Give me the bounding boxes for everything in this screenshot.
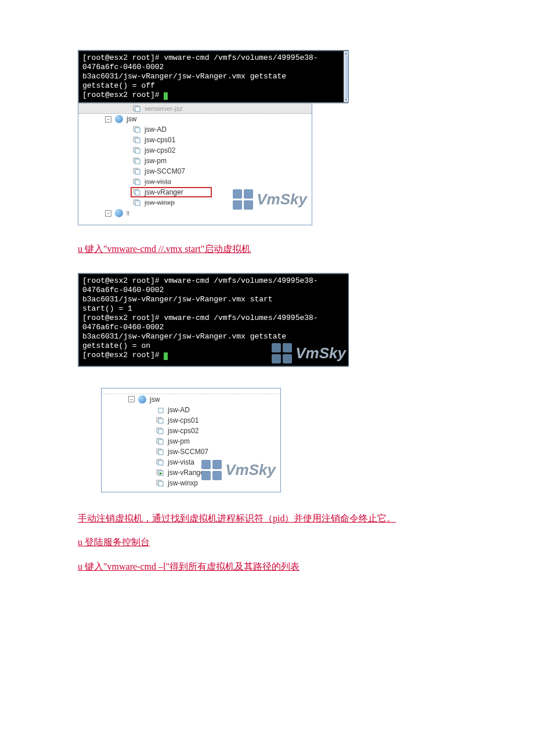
- vm-icon: [156, 427, 164, 434]
- tree-item-truncated: [102, 388, 280, 394]
- globe-icon: [138, 395, 146, 404]
- tree-item[interactable]: jsw-cps01: [78, 135, 312, 145]
- svg-rect-17: [135, 201, 140, 206]
- svg-rect-7: [135, 149, 140, 153]
- highlight-box: jsw-vRanger: [131, 187, 212, 197]
- watermark: VmSky: [272, 343, 346, 363]
- svg-rect-21: [158, 419, 163, 423]
- tree-item[interactable]: jsw-SCCM07: [78, 166, 312, 177]
- vm-tree-panel-1: xenserver-jsz − jsw jsw-AD jsw-cps01 jsw…: [78, 103, 312, 225]
- terminal-line: [root@esx2 root]# vmware-cmd /vmfs/volum…: [82, 314, 345, 332]
- instruction-text-1: u 键入"vmware-cmd //.vmx start"启动虚拟机: [78, 242, 534, 257]
- scroll-bar: [344, 51, 348, 102]
- tree-label: xenserver-jsz: [145, 105, 182, 112]
- tree-label: jsw-winxp: [145, 199, 175, 207]
- watermark: VmSky: [201, 460, 276, 480]
- terminal-line: b3ac6031/jsw-vRanger/jsw-vRanger.vmx get…: [82, 332, 345, 341]
- tree-item[interactable]: jsw-cps01: [102, 415, 280, 426]
- tree-label: jsw-pm: [168, 437, 190, 445]
- svg-rect-13: [135, 180, 140, 185]
- cursor-icon: [164, 92, 168, 100]
- vm-icon: [156, 438, 164, 445]
- terminal-content: [root@esx2 root]# vmware-cmd /vmfs/volum…: [78, 51, 349, 103]
- vm-icon: [156, 417, 164, 424]
- vm-icon: [133, 189, 141, 196]
- scroll-down-icon: ▾: [344, 98, 348, 102]
- terminal-line: [root@esx2 root]# vmware-cmd /vmfs/volum…: [82, 276, 345, 295]
- tree-label: jsw-cps01: [145, 136, 175, 144]
- collapse-icon[interactable]: −: [105, 210, 111, 217]
- svg-rect-15: [135, 190, 140, 195]
- tree-label: jsw-vista: [168, 458, 194, 466]
- terminal-prompt: [root@esx2 root]#: [82, 351, 164, 359]
- terminal-line: start() = 1: [82, 304, 345, 314]
- tree-item[interactable]: jsw-pm: [78, 156, 312, 166]
- tree-label: jsw-SCCM07: [145, 167, 185, 175]
- tree-label: jsw-vRanger: [145, 188, 183, 196]
- tree-label: jsw-vRanger: [168, 469, 207, 477]
- tree-item[interactable]: jsw-vista: [78, 177, 312, 187]
- watermark-squares-icon: [201, 460, 222, 480]
- terminal-content: [root@esx2 root]# vmware-cmd /vmfs/volum…: [78, 273, 349, 366]
- tree-item[interactable]: jsw-AD: [102, 405, 280, 415]
- tree-label: jsw-cps02: [145, 146, 175, 154]
- watermark-text: VmSky: [257, 190, 307, 208]
- vm-icon: [133, 168, 141, 175]
- vm-icon: [133, 105, 141, 112]
- collapse-icon[interactable]: −: [128, 396, 135, 402]
- svg-rect-27: [158, 450, 163, 455]
- svg-rect-5: [135, 138, 140, 143]
- terminal-line: [root@esx2 root]# vmware-cmd /vmfs/volum…: [82, 53, 345, 72]
- tree-label: jsw-pm: [145, 157, 167, 165]
- tree-item-truncated: xenserver-jsz: [78, 103, 312, 114]
- vm-icon: [156, 406, 164, 413]
- watermark-text: VmSky: [295, 348, 346, 358]
- terminal-line: getstate() = off: [82, 81, 345, 91]
- tree-host-node[interactable]: − jsw: [78, 114, 312, 124]
- vm-icon: [156, 459, 164, 466]
- terminal-prompt: [root@esx2 root]#: [82, 91, 164, 99]
- collapse-icon[interactable]: −: [105, 116, 111, 123]
- globe-icon: [115, 209, 123, 217]
- vm-icon: [156, 480, 164, 487]
- svg-rect-29: [158, 460, 163, 465]
- svg-rect-23: [158, 429, 163, 434]
- tree-item[interactable]: jsw-pm: [102, 436, 280, 447]
- svg-rect-9: [135, 159, 140, 164]
- svg-rect-19: [158, 408, 163, 413]
- instruction-text-2: 手动注销虚拟机，通过找到虚拟机进程标识符（pid）并使用注销命令终止它。: [78, 511, 534, 526]
- tree-host-node[interactable]: − jsw: [102, 394, 280, 405]
- vm-icon: [133, 136, 141, 143]
- svg-rect-3: [135, 128, 140, 132]
- tree-label: jsw-AD: [168, 406, 190, 414]
- vm-icon: [133, 199, 141, 206]
- tree-item[interactable]: jsw-SCCM07: [102, 447, 280, 457]
- svg-rect-11: [135, 170, 140, 174]
- vm-icon: [133, 147, 141, 154]
- tree-label: jsw-winxp: [168, 479, 198, 487]
- tree-label: jsw-SCCM07: [168, 448, 208, 456]
- scroll-up-icon: ▴: [344, 51, 348, 56]
- tree-label: jsw-AD: [145, 125, 167, 134]
- svg-rect-25: [158, 440, 163, 444]
- terminal-screenshot-1: [root@esx2 root]# vmware-cmd /vmfs/volum…: [78, 50, 348, 103]
- tree-item[interactable]: jsw-cps02: [102, 426, 280, 436]
- tree-item[interactable]: jsw-cps02: [78, 145, 312, 156]
- terminal-line: b3ac6031/jsw-vRanger/jsw-vRanger.vmx get…: [82, 72, 345, 81]
- vm-running-icon: [156, 469, 164, 476]
- svg-rect-1: [135, 107, 140, 111]
- terminal-line: [root@esx2 root]#: [82, 91, 345, 100]
- watermark: VmSky: [233, 189, 307, 210]
- tree-label: jsw-cps02: [168, 427, 199, 435]
- vm-icon: [133, 126, 141, 133]
- tree-label: jsw-vista: [145, 178, 171, 186]
- vm-icon: [133, 178, 141, 185]
- tree-label: jsw: [127, 115, 136, 123]
- vm-icon: [156, 448, 164, 455]
- cursor-icon: [164, 352, 168, 360]
- terminal-line: b3ac6031/jsw-vRanger/jsw-vRanger.vmx sta…: [82, 295, 345, 304]
- globe-icon: [115, 115, 123, 123]
- instruction-text-3: u 登陆服务控制台: [78, 535, 534, 550]
- tree-item[interactable]: jsw-AD: [78, 124, 312, 135]
- watermark-squares-icon: [233, 189, 253, 210]
